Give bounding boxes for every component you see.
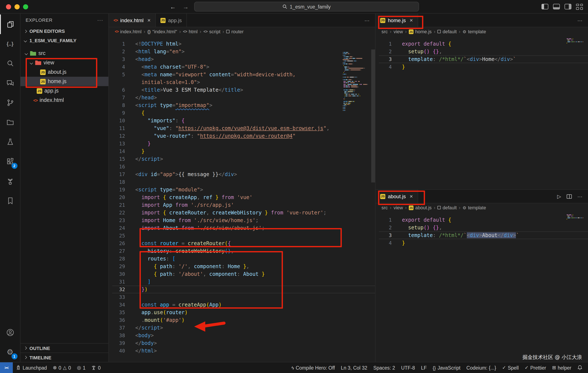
sidebar-more-actions-icon[interactable]: ··· bbox=[97, 18, 103, 23]
indentation-item[interactable]: Spaces: 2 bbox=[370, 362, 398, 373]
line-number: 16 bbox=[112, 163, 125, 171]
activity-bookmarks[interactable] bbox=[0, 191, 20, 211]
breadcrumb-item[interactable]: view bbox=[394, 205, 403, 210]
back-arrow-icon[interactable]: ← bbox=[170, 3, 176, 10]
code-line: 17<div id="app">{{ message }}</div> bbox=[112, 171, 375, 178]
activity-snippets[interactable]: {..} bbox=[0, 34, 20, 54]
toggle-sidebar-icon[interactable] bbox=[542, 4, 548, 9]
code-editor[interactable]: 1export default {2 setup() {},3 template… bbox=[376, 212, 588, 362]
braces-icon: {..} bbox=[7, 41, 13, 47]
breadcrumb-item[interactable]: view bbox=[394, 29, 403, 34]
activity-accounts[interactable] bbox=[0, 323, 20, 342]
breadcrumb-item[interactable]: ⚙template bbox=[462, 205, 486, 210]
js-file-icon: JS bbox=[380, 18, 385, 23]
breadcrumb-item[interactable]: <>index.html bbox=[115, 29, 141, 34]
notifications-item[interactable] bbox=[574, 362, 586, 373]
activity-source-control[interactable] bbox=[0, 93, 20, 112]
breadcrumb-item[interactable]: default bbox=[437, 29, 457, 34]
minimap[interactable] bbox=[567, 38, 584, 44]
line-number: 39 bbox=[112, 339, 125, 347]
minimap[interactable] bbox=[567, 214, 584, 220]
symbol-module-icon bbox=[437, 206, 441, 209]
close-icon[interactable]: × bbox=[410, 17, 413, 23]
tree-item-index-html[interactable]: <> index.html bbox=[21, 95, 108, 105]
breadcrumb-item[interactable]: src bbox=[381, 29, 388, 34]
minimize-window-button[interactable] bbox=[14, 4, 20, 9]
timeline-header[interactable]: TIMELINE bbox=[21, 353, 108, 362]
tree-item-about-js[interactable]: JS about.js bbox=[21, 67, 108, 77]
forward-arrow-icon[interactable]: → bbox=[183, 3, 189, 10]
tree-item-home-js[interactable]: JS home.js bbox=[21, 77, 108, 86]
activity-todo-tree[interactable] bbox=[0, 171, 20, 191]
breadcrumb-item[interactable]: ⚙template bbox=[462, 29, 486, 34]
activity-chat[interactable] bbox=[0, 73, 20, 93]
toggle-secondary-sidebar-icon[interactable] bbox=[565, 4, 571, 9]
codeium-item[interactable]: Codeium: {...} bbox=[463, 362, 499, 373]
code-editor[interactable]: 1export default {2 setup() {},3 template… bbox=[376, 36, 588, 189]
activity-extensions[interactable]: 2 bbox=[0, 152, 20, 171]
tree-item-view[interactable]: view bbox=[21, 58, 108, 67]
activity-settings[interactable]: ⚙ 1 bbox=[0, 342, 20, 362]
close-window-button[interactable] bbox=[6, 4, 11, 9]
encoding-item[interactable]: UTF-8 bbox=[398, 362, 418, 373]
workspace-header[interactable]: 1_ESM_VUE_FAMILY bbox=[21, 36, 108, 45]
breadcrumb-item[interactable]: <>html bbox=[183, 29, 198, 34]
tab-app-js[interactable]: JS app.js bbox=[156, 14, 187, 27]
breadcrumb-item[interactable]: default bbox=[437, 205, 457, 210]
code-line: 2 setup() {}, bbox=[379, 224, 588, 232]
tab-about-js[interactable]: JS about.js × bbox=[376, 190, 418, 203]
line-number: 27 bbox=[112, 247, 125, 255]
launchpad-item[interactable]: Launchpad bbox=[13, 362, 50, 373]
tab-index-html[interactable]: <> index.html × bbox=[109, 14, 156, 27]
activity-testing[interactable] bbox=[0, 132, 20, 152]
problems-item[interactable]: ⊗ 0 △ 0 bbox=[50, 362, 74, 373]
eol-item[interactable]: LF bbox=[418, 362, 430, 373]
minimap[interactable] bbox=[343, 52, 369, 111]
code-line: 4} bbox=[379, 63, 588, 71]
breadcrumb-item[interactable]: {}"index.html" bbox=[147, 29, 177, 34]
helper-item[interactable]: ⊞ helper bbox=[549, 362, 574, 373]
prettier-item[interactable]: ✓ Prettier bbox=[522, 362, 549, 373]
scrollbar[interactable] bbox=[371, 50, 375, 182]
open-editors-header[interactable]: OPEN EDITORS bbox=[21, 26, 108, 36]
tree-item-app-js[interactable]: JS app.js bbox=[21, 86, 108, 95]
close-icon[interactable]: × bbox=[147, 17, 151, 23]
split-editor-icon[interactable] bbox=[567, 194, 572, 198]
spell-item[interactable]: ✓ Spell bbox=[499, 362, 522, 373]
maximize-window-button[interactable] bbox=[23, 4, 28, 9]
run-icon[interactable]: ▷ bbox=[557, 193, 561, 199]
more-actions-icon[interactable]: ··· bbox=[577, 193, 582, 199]
activity-remote-explorer[interactable] bbox=[0, 112, 20, 132]
compile-hero-item[interactable]: ϟ Compile Hero: Off bbox=[288, 362, 338, 373]
line-number: 8 bbox=[112, 101, 125, 109]
remote-indicator[interactable]: >< bbox=[0, 362, 13, 373]
cursor-position-item[interactable]: Ln 3, Col 32 bbox=[338, 362, 370, 373]
more-actions-icon[interactable]: ··· bbox=[577, 17, 582, 23]
breadcrumb-item[interactable]: JSabout.js bbox=[409, 205, 432, 210]
toggle-panel-icon[interactable] bbox=[553, 4, 560, 9]
command-center-search[interactable]: 1_esm_vue_family bbox=[194, 2, 419, 11]
language-mode-item[interactable]: {} JavaScript bbox=[430, 362, 463, 373]
ports-item[interactable]: 0 bbox=[89, 362, 104, 373]
code-line: 2<html lang="en"> bbox=[112, 48, 375, 55]
tree-item-src[interactable]: src bbox=[21, 49, 108, 58]
code-line: 18 bbox=[112, 178, 375, 186]
breadcrumb-item[interactable]: <>script bbox=[203, 29, 220, 34]
code-line: 14 } bbox=[112, 148, 375, 155]
symbol-tag-icon: <> bbox=[203, 30, 207, 34]
tab-bar: <> index.html × JS app.js ··· bbox=[109, 14, 375, 27]
breadcrumb-item[interactable]: JShome.js bbox=[409, 29, 432, 34]
outline-header[interactable]: OUTLINE bbox=[21, 343, 108, 353]
window-controls bbox=[6, 4, 28, 9]
customize-layout-icon[interactable] bbox=[576, 4, 583, 10]
tab-home-js[interactable]: JS home.js × bbox=[376, 14, 418, 27]
code-line: 20 import { createApp, ref } from 'vue' bbox=[112, 193, 375, 201]
code-editor[interactable]: 1<!DOCTYPE html>2<html lang="en">3<head>… bbox=[109, 36, 375, 362]
close-icon[interactable]: × bbox=[410, 193, 413, 200]
breadcrumb-item[interactable]: src bbox=[381, 205, 388, 210]
activity-explorer[interactable] bbox=[0, 14, 20, 34]
counter-item[interactable]: ◎ 1 bbox=[74, 362, 89, 373]
activity-search[interactable] bbox=[0, 54, 20, 73]
more-actions-icon[interactable]: ··· bbox=[364, 17, 369, 23]
breadcrumb-item[interactable]: router bbox=[226, 29, 244, 34]
